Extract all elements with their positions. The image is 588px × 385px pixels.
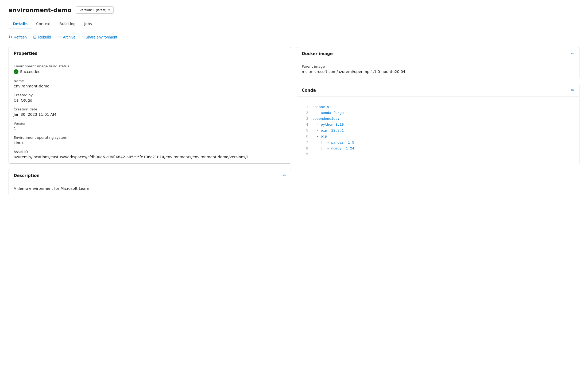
tab-bar: Details Context Build log Jobs <box>9 19 579 29</box>
docker-card: Docker image ✏ Parent image mcr.microsof… <box>297 47 579 78</box>
creation-date-value: Jan 30, 2023 11:01 AM <box>14 112 286 117</box>
main-layout: Properties Environment image build statu… <box>9 47 579 195</box>
share-icon: ↑ <box>82 35 84 40</box>
line-content: channels: <box>312 104 331 110</box>
conda-code-block: 1channels:2 - conda-forge3dependencies:4… <box>302 101 574 161</box>
archive-icon: ▭ <box>57 34 61 40</box>
chevron-down-icon: ∨ <box>108 8 110 12</box>
asset-id-group: Asset ID azureml://locations/eastus/work… <box>14 150 286 159</box>
tab-build-log[interactable]: Build log <box>55 19 80 29</box>
creation-date-group: Creation date Jan 30, 2023 11:01 AM <box>14 107 286 117</box>
line-content: | - numpy==1.24 <box>312 146 354 152</box>
refresh-icon: ↻ <box>9 34 12 40</box>
version-dropdown[interactable]: Version: 1 (latest) ∨ <box>76 6 114 14</box>
version-group: Version 1 <box>14 121 286 131</box>
line-number: 8 <box>302 146 312 152</box>
docker-parent-value: mcr.microsoft.com/azureml/openmpi4.1.0-u… <box>302 70 574 74</box>
line-number: 1 <box>302 104 312 110</box>
conda-edit-icon[interactable]: ✏ <box>571 88 574 93</box>
code-line: 9 <box>302 152 574 157</box>
code-line: 1channels: <box>302 104 574 110</box>
version-prop-label: Version <box>14 121 286 125</box>
code-line: 6 - pip: <box>302 134 574 140</box>
conda-card-header: Conda ✏ <box>297 84 579 97</box>
description-text: A demo environment for Microsoft Learn <box>14 186 286 191</box>
os-value: Linux <box>14 141 286 145</box>
build-status-value: Succeeded <box>14 69 286 74</box>
code-line: 2 - conda-forge <box>302 110 574 116</box>
tab-context[interactable]: Context <box>32 19 55 29</box>
name-group: Name environment-demo <box>14 79 286 88</box>
conda-card-body: 1channels:2 - conda-forge3dependencies:4… <box>297 97 579 165</box>
name-label: Name <box>14 79 286 83</box>
properties-card-header: Properties <box>9 47 291 60</box>
docker-card-header: Docker image ✏ <box>297 47 579 60</box>
line-number: 5 <box>302 128 312 134</box>
right-column: Docker image ✏ Parent image mcr.microsof… <box>297 47 579 165</box>
line-content: - pip: <box>312 134 329 140</box>
conda-title: Conda <box>302 88 316 93</box>
refresh-label: Refresh <box>14 35 27 39</box>
docker-parent-label: Parent image <box>302 64 574 68</box>
build-status-group: Environment image build status Succeeded <box>14 64 286 74</box>
created-by-group: Created by Osi Otugo <box>14 93 286 102</box>
asset-id-value: azureml://locations/eastus/workspaces/cf… <box>14 155 286 159</box>
line-content: - conda-forge <box>312 110 344 116</box>
page-title: environment-demo <box>9 7 72 13</box>
line-number: 2 <box>302 110 312 116</box>
line-number: 7 <box>302 140 312 146</box>
properties-title: Properties <box>14 51 37 56</box>
build-status-label: Environment image build status <box>14 64 286 68</box>
description-title: Description <box>14 173 40 178</box>
share-label: Share environment <box>86 35 117 39</box>
line-number: 3 <box>302 116 312 122</box>
created-by-value: Osi Otugo <box>14 98 286 102</box>
conda-card: Conda ✏ 1channels:2 - conda-forge3depend… <box>297 84 579 165</box>
line-content: dependencies: <box>312 116 339 122</box>
tab-jobs[interactable]: Jobs <box>80 19 96 29</box>
properties-card-body: Environment image build status Succeeded… <box>9 60 291 163</box>
line-number: 9 <box>302 152 312 157</box>
description-edit-icon[interactable]: ✏ <box>283 173 286 178</box>
left-column: Properties Environment image build statu… <box>9 47 291 195</box>
line-number: 6 <box>302 134 312 140</box>
succeeded-icon <box>14 69 18 74</box>
description-card: Description ✏ A demo environment for Mic… <box>9 169 291 195</box>
created-by-label: Created by <box>14 93 286 97</box>
docker-card-body: Parent image mcr.microsoft.com/azureml/o… <box>297 60 579 78</box>
page-header: environment-demo Version: 1 (latest) ∨ <box>9 6 579 14</box>
line-content: - pip==22.3.1 <box>312 128 344 134</box>
build-status-text: Succeeded <box>20 70 41 74</box>
refresh-button[interactable]: ↻ Refresh <box>9 34 27 40</box>
archive-button[interactable]: ▭ Archive <box>57 34 76 40</box>
line-content: | - pandas==1.5 <box>312 140 354 146</box>
properties-card: Properties Environment image build statu… <box>9 47 291 164</box>
os-group: Environment operating system Linux <box>14 136 286 145</box>
description-card-header: Description ✏ <box>9 169 291 182</box>
rebuild-button[interactable]: ⊞ Rebuild <box>33 34 51 40</box>
docker-title: Docker image <box>302 51 333 56</box>
code-line: 5 - pip==22.3.1 <box>302 128 574 134</box>
description-card-body: A demo environment for Microsoft Learn <box>9 182 291 195</box>
rebuild-icon: ⊞ <box>33 34 37 40</box>
archive-label: Archive <box>63 35 76 39</box>
asset-id-label: Asset ID <box>14 150 286 154</box>
tab-details[interactable]: Details <box>9 19 32 29</box>
creation-date-label: Creation date <box>14 107 286 111</box>
share-button[interactable]: ↑ Share environment <box>82 35 117 40</box>
line-content: - python=3.10 <box>312 122 344 128</box>
name-value: environment-demo <box>14 84 286 88</box>
toolbar: ↻ Refresh ⊞ Rebuild ▭ Archive ↑ Share en… <box>9 34 579 40</box>
line-number: 4 <box>302 122 312 128</box>
docker-edit-icon[interactable]: ✏ <box>571 51 574 56</box>
code-line: 4 - python=3.10 <box>302 122 574 128</box>
code-line: 3dependencies: <box>302 116 574 122</box>
version-label: Version: 1 (latest) <box>79 8 106 12</box>
os-label: Environment operating system <box>14 136 286 140</box>
code-line: 7 | - pandas==1.5 <box>302 140 574 146</box>
version-prop-value: 1 <box>14 126 286 131</box>
rebuild-label: Rebuild <box>38 35 51 39</box>
code-line: 8 | - numpy==1.24 <box>302 146 574 152</box>
